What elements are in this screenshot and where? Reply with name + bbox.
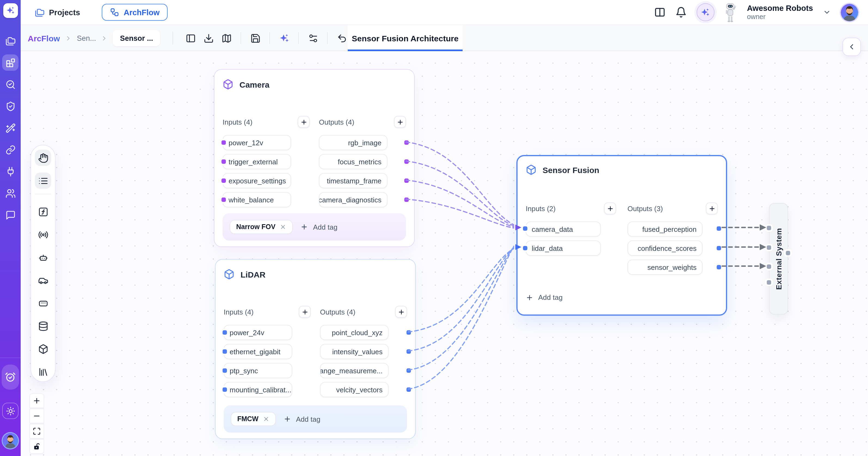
theme-toggle-button[interactable] <box>2 403 19 419</box>
add-input-button[interactable] <box>298 116 310 128</box>
output-port[interactable] <box>786 251 790 255</box>
output-row[interactable]: intensity_values <box>320 344 389 359</box>
sidebar-item-search[interactable] <box>2 76 19 92</box>
add-tag-button[interactable]: Add tag <box>301 223 338 231</box>
output-port[interactable] <box>717 265 721 269</box>
breadcrumb-root[interactable]: ArcFlow <box>28 33 60 43</box>
sidebar-item-links[interactable] <box>2 142 19 158</box>
input-port[interactable] <box>523 246 527 250</box>
output-row[interactable]: confidence_scores <box>627 241 703 256</box>
output-row[interactable]: point_cloud_xyz <box>320 325 389 340</box>
layout-panel-button[interactable] <box>183 31 197 45</box>
node-camera[interactable]: Camera Inputs (4) power_12v trigger_exte… <box>214 69 415 247</box>
panel-toggle-button[interactable] <box>654 6 665 18</box>
input-port[interactable] <box>767 265 771 269</box>
add-input-button[interactable] <box>604 203 616 214</box>
tool-controller-node[interactable] <box>35 295 51 311</box>
add-output-button[interactable] <box>706 203 718 214</box>
tool-database-node[interactable] <box>35 318 51 334</box>
output-port[interactable] <box>404 197 409 202</box>
input-row[interactable]: mounting_calibrat... <box>224 382 292 397</box>
input-port[interactable] <box>223 368 227 373</box>
output-port[interactable] <box>406 330 411 335</box>
output-row[interactable]: sensor_weights <box>627 260 703 275</box>
node-external-system[interactable]: External System <box>769 203 788 314</box>
breadcrumb-parent[interactable]: Sen... <box>77 34 96 42</box>
sidebar-item-magic[interactable] <box>2 120 19 136</box>
collapse-panel-button[interactable] <box>842 37 861 56</box>
tool-robot-node[interactable] <box>35 249 51 266</box>
input-port[interactable] <box>221 179 226 183</box>
node-sensor-fusion[interactable]: Sensor Fusion Inputs (2) camera_data lid… <box>517 155 727 315</box>
output-port[interactable] <box>406 368 411 373</box>
sidebar-item-integrations[interactable] <box>2 163 19 180</box>
lock-button[interactable] <box>29 439 44 454</box>
tool-function-node[interactable] <box>35 204 51 220</box>
tag-chip[interactable]: Narrow FOV <box>230 220 293 234</box>
output-port[interactable] <box>406 388 411 392</box>
nav-projects[interactable]: Projects <box>35 7 80 17</box>
input-row[interactable]: ethernet_gigabit <box>224 344 292 359</box>
input-row[interactable]: ptp_sync <box>224 363 292 378</box>
input-port[interactable] <box>223 330 227 335</box>
sidebar-item-team[interactable] <box>2 185 19 201</box>
input-row[interactable]: power_12v <box>223 135 291 150</box>
output-port[interactable] <box>404 159 409 164</box>
tag-chip[interactable]: FMCW <box>231 412 276 426</box>
input-port[interactable] <box>223 388 227 392</box>
tool-list[interactable] <box>35 173 51 189</box>
output-row[interactable]: fused_perception <box>627 221 703 237</box>
zoom-out-button[interactable] <box>29 409 44 423</box>
output-row[interactable]: timestamp_frame <box>319 173 388 188</box>
input-port[interactable] <box>767 280 771 284</box>
output-port[interactable] <box>406 349 411 354</box>
user-avatar[interactable] <box>841 3 858 21</box>
output-row[interactable]: camera_diagnostics <box>319 192 388 207</box>
sidebar-avatar[interactable] <box>3 433 18 448</box>
nav-archflow-button[interactable]: ArchFlow <box>102 4 167 21</box>
input-port[interactable] <box>767 245 771 250</box>
output-port[interactable] <box>717 226 721 231</box>
output-row[interactable]: range_measureme... <box>320 363 389 378</box>
tab-sensor-fusion-architecture[interactable]: Sensor Fusion Architecture <box>348 25 463 51</box>
sidebar-item-projects[interactable] <box>2 33 19 49</box>
close-icon[interactable] <box>263 416 269 422</box>
sidebar-item-chat[interactable] <box>2 207 19 223</box>
export-button[interactable] <box>202 31 216 45</box>
add-input-button[interactable] <box>299 306 311 318</box>
close-icon[interactable] <box>280 224 286 230</box>
output-port[interactable] <box>717 246 721 250</box>
sidebar-item-security[interactable] <box>2 98 19 114</box>
input-port[interactable] <box>223 349 227 354</box>
sidebar-item-canvas[interactable] <box>2 54 19 71</box>
input-port[interactable] <box>221 197 226 202</box>
input-row[interactable]: lidar_data <box>526 241 601 256</box>
tool-vehicle-node[interactable] <box>35 272 51 288</box>
zoom-in-button[interactable] <box>29 393 44 408</box>
ai-assistant-button[interactable] <box>696 3 714 21</box>
tool-box-node[interactable] <box>35 341 51 357</box>
tool-pan[interactable] <box>35 150 51 166</box>
tool-signal-node[interactable] <box>35 226 51 243</box>
add-output-button[interactable] <box>395 306 407 318</box>
tool-library[interactable] <box>35 364 51 380</box>
add-tag-button[interactable]: Add tag <box>526 293 563 301</box>
output-row[interactable]: rgb_image <box>319 135 388 150</box>
input-port[interactable] <box>221 159 226 164</box>
fit-view-button[interactable] <box>29 424 44 438</box>
sidebar-item-reminders[interactable] <box>2 365 19 390</box>
ai-generate-button[interactable] <box>277 31 291 45</box>
input-row[interactable]: trigger_external <box>223 154 291 169</box>
output-row[interactable]: velcity_vectors <box>320 382 389 397</box>
add-tag-button[interactable]: Add tag <box>283 415 320 423</box>
input-row[interactable]: white_balance <box>223 192 291 207</box>
input-port[interactable] <box>523 226 527 231</box>
input-port[interactable] <box>767 226 771 230</box>
input-row[interactable]: power_24v <box>224 325 292 340</box>
input-row[interactable]: camera_data <box>526 221 601 237</box>
output-row[interactable]: focus_metrics <box>319 154 388 169</box>
breadcrumb-current[interactable]: Sensor ... <box>113 30 160 46</box>
output-port[interactable] <box>404 141 409 145</box>
input-port[interactable] <box>221 141 226 145</box>
input-row[interactable]: exposure_settings <box>223 173 291 188</box>
